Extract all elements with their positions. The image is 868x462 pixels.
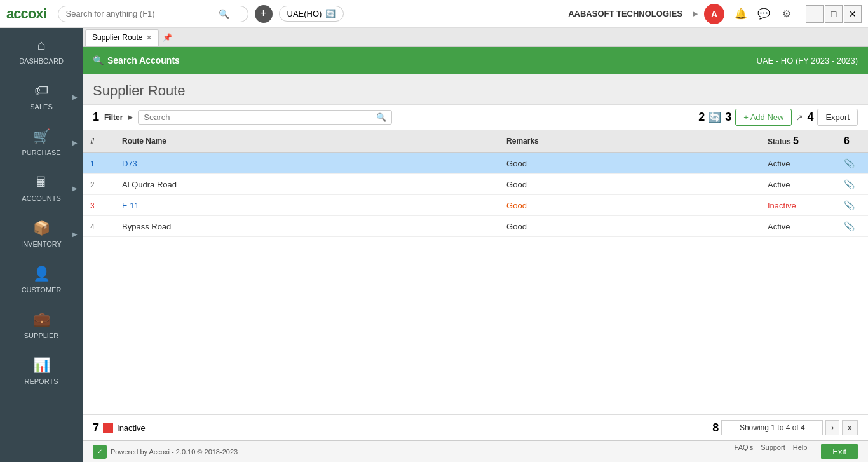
dashboard-icon: ⌂ xyxy=(37,37,45,53)
notification-icon[interactable]: 🔔 xyxy=(731,4,751,24)
search-input-wrap: 🔍 xyxy=(138,110,392,125)
sidebar: ⌂ DASHBOARD 🏷 SALES ▶ 🛒 PURCHASE ▶ 🖩 ACC… xyxy=(0,28,83,462)
col-header-status: Status 5 xyxy=(760,130,836,153)
sidebar-label-purchase: PURCHASE xyxy=(22,149,60,156)
powered-by-label: Powered by Accoxi - 2.0.10 © 2018-2023 xyxy=(111,448,238,456)
cell-num: 2 xyxy=(83,174,114,195)
cell-route[interactable]: E 11 xyxy=(114,195,499,216)
cell-status: Active xyxy=(760,216,836,237)
message-icon[interactable]: 💬 xyxy=(754,4,774,24)
cell-route[interactable]: Al Qudra Road xyxy=(114,174,499,195)
page-header: Supplier Route xyxy=(83,74,868,105)
cell-route[interactable]: D73 xyxy=(114,153,499,174)
content-area: Supplier Route ✕ 📌 🔍 Search Accounts UAE… xyxy=(83,28,868,462)
open-icon[interactable]: ↗ xyxy=(796,112,803,123)
add-new-button[interactable]: + Add New xyxy=(735,109,792,126)
pagination-info: Showing 1 to 4 of 4 xyxy=(721,420,823,435)
add-button[interactable]: + xyxy=(255,5,273,23)
purchase-icon: 🛒 xyxy=(33,128,50,145)
arrow-right-icon: ▶ xyxy=(693,10,698,18)
search-accounts-icon: 🔍 xyxy=(93,55,104,65)
next-page-button[interactable]: › xyxy=(825,420,839,435)
sidebar-item-dashboard[interactable]: ⌂ DASHBOARD xyxy=(0,28,83,74)
search-input[interactable] xyxy=(144,112,376,122)
reports-icon: 📊 xyxy=(33,357,50,374)
window-controls: — □ ✕ xyxy=(806,5,862,23)
help-link[interactable]: Help xyxy=(793,444,808,459)
sidebar-label-customer: CUSTOMER xyxy=(22,286,62,294)
accounts-arrow-icon: ▶ xyxy=(72,185,78,192)
search-accounts-label: Search Accounts xyxy=(107,55,180,65)
sidebar-item-inventory[interactable]: 📦 INVENTORY ▶ xyxy=(0,211,83,257)
tab-close-icon[interactable]: ✕ xyxy=(146,34,152,42)
sidebar-label-sales: SALES xyxy=(30,103,52,111)
user-avatar: A xyxy=(704,4,724,24)
close-button[interactable]: ✕ xyxy=(844,5,862,23)
sidebar-label-supplier: SUPPLIER xyxy=(24,332,58,339)
table-row[interactable]: 4 Bypass Road Good Active 📎 xyxy=(83,216,868,237)
sidebar-item-accounts[interactable]: 🖩 ACCOUNTS ▶ xyxy=(0,165,83,211)
filter-label[interactable]: Filter xyxy=(104,113,123,122)
filter-expand-icon[interactable]: ▶ xyxy=(128,113,133,121)
attachment-icon[interactable]: 📎 xyxy=(844,179,855,189)
global-search-input[interactable] xyxy=(66,9,219,18)
cell-attach[interactable]: 📎 xyxy=(836,216,868,237)
app-logo: accoxi xyxy=(6,6,46,22)
cell-attach[interactable]: 📎 xyxy=(836,174,868,195)
cell-route[interactable]: Bypass Road xyxy=(114,216,499,237)
customer-icon: 👤 xyxy=(33,266,50,282)
faq-link[interactable]: FAQ's xyxy=(735,444,754,459)
table-row[interactable]: 2 Al Qudra Road Good Active 📎 xyxy=(83,174,868,195)
sidebar-label-accounts: ACCOUNTS xyxy=(22,194,61,202)
table-row[interactable]: 1 D73 Good Active 📎 xyxy=(83,153,868,174)
annotation-3: 3 xyxy=(725,111,731,124)
inactive-label: Inactive xyxy=(117,423,146,433)
company-selector[interactable]: UAE(HO) 🔄 xyxy=(279,6,344,22)
maximize-button[interactable]: □ xyxy=(825,5,843,23)
accoxi-logo-small: ✓ Powered by Accoxi - 2.0.10 © 2018-2023 xyxy=(93,445,238,459)
cell-attach[interactable]: 📎 xyxy=(836,153,868,174)
search-accounts-button[interactable]: 🔍 Search Accounts xyxy=(93,55,180,65)
minimize-button[interactable]: — xyxy=(806,5,824,23)
tab-pin-icon: 📌 xyxy=(163,33,172,42)
annotation-8: 8 xyxy=(712,421,719,435)
refresh-toolbar-icon[interactable]: 🔄 xyxy=(709,111,721,123)
sidebar-item-purchase[interactable]: 🛒 PURCHASE ▶ xyxy=(0,119,83,165)
attachment-icon[interactable]: 📎 xyxy=(844,221,855,231)
cell-attach[interactable]: 📎 xyxy=(836,195,868,216)
settings-icon[interactable]: ⚙ xyxy=(776,4,797,24)
attachment-icon[interactable]: 📎 xyxy=(844,158,855,168)
accounts-icon: 🖩 xyxy=(34,174,48,191)
cell-num: 3 xyxy=(83,195,114,216)
top-icons: 🔔 💬 ⚙ xyxy=(731,4,797,24)
cell-status: Active xyxy=(760,174,836,195)
annotation-7: 7 xyxy=(93,421,99,435)
refresh-icon: 🔄 xyxy=(325,9,336,18)
global-search-bar[interactable]: 🔍 xyxy=(58,6,248,22)
cell-num: 1 xyxy=(83,153,114,174)
cell-remarks: Good xyxy=(499,195,760,216)
tab-supplier-route[interactable]: Supplier Route ✕ xyxy=(85,29,159,46)
sidebar-item-supplier[interactable]: 💼 SUPPLIER xyxy=(0,302,83,348)
support-link[interactable]: Support xyxy=(761,444,785,459)
sidebar-item-customer[interactable]: 👤 CUSTOMER xyxy=(0,257,83,302)
tab-label-supplier-route: Supplier Route xyxy=(92,33,142,42)
inventory-icon: 📦 xyxy=(33,220,50,236)
sidebar-item-sales[interactable]: 🏷 SALES ▶ xyxy=(0,74,83,119)
col-header-route-name: Route Name xyxy=(114,130,499,153)
bottom-bar: ✓ Powered by Accoxi - 2.0.10 © 2018-2023… xyxy=(83,440,868,462)
exit-button[interactable]: Exit xyxy=(821,444,858,459)
main-layout: ⌂ DASHBOARD 🏷 SALES ▶ 🛒 PURCHASE ▶ 🖩 ACC… xyxy=(0,28,868,462)
top-bar: accoxi 🔍 + UAE(HO) 🔄 AABASOFT TECHNOLOGI… xyxy=(0,0,868,28)
table-row[interactable]: 3 E 11 Good Inactive 📎 xyxy=(83,195,868,216)
toolbar: 1 Filter ▶ 🔍 2 🔄 3 + Add New ↗ 4 Export xyxy=(83,105,868,130)
sidebar-item-reports[interactable]: 📊 REPORTS xyxy=(0,348,83,394)
cell-status: Inactive xyxy=(760,195,836,216)
annotation-5: 5 xyxy=(793,135,799,146)
bottom-links: FAQ's Support Help Exit xyxy=(735,444,858,459)
last-page-button[interactable]: » xyxy=(842,420,858,435)
col-header-attach: 6 xyxy=(836,130,868,153)
export-button[interactable]: Export xyxy=(817,109,858,126)
cell-remarks: Good xyxy=(499,153,760,174)
attachment-icon[interactable]: 📎 xyxy=(844,200,855,210)
